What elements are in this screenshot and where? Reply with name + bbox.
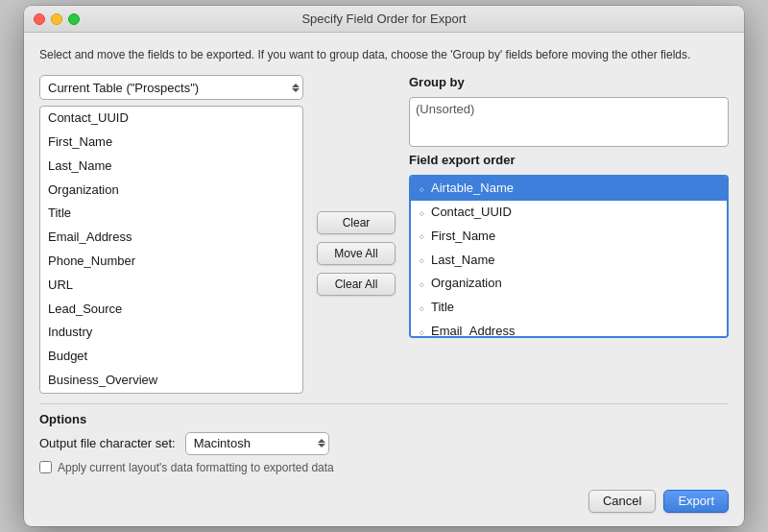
- middle-panel: Clear Move All Clear All: [313, 75, 399, 394]
- table-select[interactable]: Current Table ("Prospects"): [39, 75, 303, 100]
- group-by-label: Group by: [409, 75, 729, 89]
- list-item[interactable]: Title: [40, 202, 302, 226]
- instruction-text: Select and move the fields to be exporte…: [39, 46, 729, 63]
- list-item[interactable]: Last_Name: [40, 155, 302, 179]
- move-handle-icon: ⬦: [419, 324, 425, 339]
- charset-row: Output file character set: MacintoshWind…: [39, 432, 729, 455]
- charset-label: Output file character set:: [39, 436, 176, 450]
- move-handle-icon: ⬦: [419, 252, 425, 269]
- export-order-list[interactable]: ⬦Airtable_Name⬦Contact_UUID⬦First_Name⬦L…: [409, 175, 729, 338]
- move-handle-icon: ⬦: [419, 300, 425, 317]
- list-item[interactable]: URL: [40, 274, 302, 298]
- group-by-box[interactable]: (Unsorted): [409, 97, 729, 147]
- left-panel: Current Table ("Prospects") Contact_UUID…: [39, 75, 303, 394]
- table-row[interactable]: ⬦First_Name: [411, 225, 727, 249]
- export-item-name: Contact_UUID: [431, 203, 512, 223]
- list-item[interactable]: Budget: [40, 345, 302, 369]
- export-item-name: Airtable_Name: [431, 179, 514, 199]
- table-row[interactable]: ⬦Airtable_Name: [411, 177, 727, 201]
- clear-button[interactable]: Clear: [317, 211, 396, 234]
- traffic-lights: [34, 13, 80, 25]
- move-handle-icon: ⬦: [419, 205, 425, 222]
- move-handle-icon: ⬦: [419, 181, 425, 198]
- table-row[interactable]: ⬦Organization: [411, 272, 727, 296]
- export-item-name: Title: [431, 298, 454, 318]
- title-bar: Specify Field Order for Export: [24, 6, 744, 33]
- section-divider: [39, 403, 729, 404]
- table-row[interactable]: ⬦Email_Address: [411, 320, 727, 338]
- list-item[interactable]: Organization: [40, 179, 302, 203]
- list-item[interactable]: First_Name: [40, 131, 302, 155]
- clear-all-button[interactable]: Clear All: [317, 273, 396, 296]
- move-all-button[interactable]: Move All: [317, 242, 396, 265]
- window-title: Specify Field Order for Export: [301, 12, 466, 26]
- main-content: Current Table ("Prospects") Contact_UUID…: [39, 75, 729, 394]
- charset-select[interactable]: MacintoshWindows (ANSI)UTF-8UTF-16: [185, 432, 329, 455]
- formatting-checkbox[interactable]: [39, 461, 52, 473]
- table-row[interactable]: ⬦Title: [411, 296, 727, 320]
- field-export-order-label: Field export order: [409, 153, 729, 167]
- list-item[interactable]: Email_Address: [40, 226, 302, 250]
- export-item-name: Last_Name: [431, 251, 494, 271]
- move-handle-icon: ⬦: [419, 228, 425, 245]
- cancel-button[interactable]: Cancel: [588, 490, 656, 513]
- list-item[interactable]: Business_Overview: [40, 369, 302, 393]
- group-by-value: (Unsorted): [416, 102, 474, 116]
- window-body: Select and move the fields to be exporte…: [24, 33, 744, 526]
- main-window: Specify Field Order for Export Select an…: [24, 6, 744, 526]
- charset-select-wrapper: MacintoshWindows (ANSI)UTF-8UTF-16: [185, 432, 329, 455]
- options-label: Options: [39, 412, 729, 426]
- minimize-button[interactable]: [51, 13, 62, 25]
- move-handle-icon: ⬦: [419, 276, 425, 293]
- footer: Cancel Export: [39, 482, 729, 513]
- options-section: Options Output file character set: Macin…: [39, 412, 729, 482]
- export-item-name: Organization: [431, 274, 502, 294]
- checkbox-row: Apply current layout's data formatting t…: [39, 461, 729, 474]
- field-list[interactable]: Contact_UUIDFirst_NameLast_NameOrganizat…: [39, 106, 303, 394]
- list-item[interactable]: Contact_UUID: [40, 107, 302, 131]
- list-item[interactable]: Industry: [40, 321, 302, 345]
- close-button[interactable]: [34, 13, 45, 25]
- table-select-wrapper: Current Table ("Prospects"): [39, 75, 303, 100]
- table-row[interactable]: ⬦Last_Name: [411, 249, 727, 273]
- export-button[interactable]: Export: [663, 490, 729, 513]
- list-item[interactable]: Lead_Source: [40, 298, 302, 322]
- maximize-button[interactable]: [68, 13, 80, 25]
- table-row[interactable]: ⬦Contact_UUID: [411, 201, 727, 225]
- right-panel: Group by (Unsorted) Field export order ⬦…: [409, 75, 729, 394]
- list-item[interactable]: Phone_Number: [40, 250, 302, 274]
- export-item-name: First_Name: [431, 227, 495, 247]
- export-item-name: Email_Address: [431, 322, 515, 338]
- checkbox-label: Apply current layout's data formatting t…: [58, 461, 334, 474]
